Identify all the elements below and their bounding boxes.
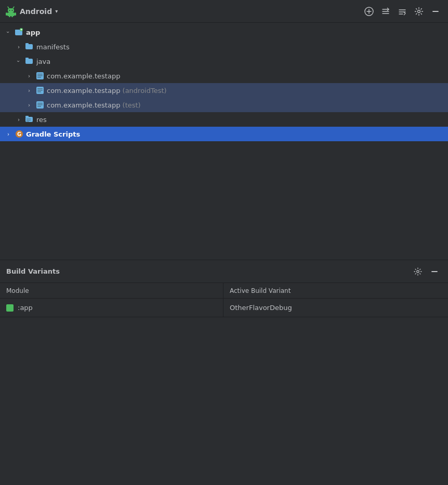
toolbar-actions <box>362 4 443 19</box>
tree-item-res-label: res <box>36 116 47 124</box>
svg-rect-34 <box>37 77 41 78</box>
expand-arrow-java[interactable]: › <box>15 57 23 65</box>
tree-item-manifests[interactable]: › manifests <box>0 39 448 54</box>
build-variants-table: Module Active Build Variant :app OtherFl… <box>0 283 448 317</box>
tree-item-pkg1[interactable]: › com.example.testapp <box>0 69 448 83</box>
svg-rect-33 <box>37 75 43 76</box>
svg-rect-40 <box>37 103 43 104</box>
svg-line-0 <box>8 7 9 8</box>
tree-item-manifests-label: manifests <box>36 43 70 51</box>
svg-rect-7 <box>15 12 16 16</box>
svg-rect-29 <box>25 59 33 64</box>
bv-cell-module: :app <box>0 299 223 317</box>
svg-rect-2 <box>8 8 14 12</box>
svg-rect-9 <box>11 16 13 17</box>
add-button[interactable] <box>362 4 376 19</box>
expand-arrow-pkg3[interactable]: › <box>25 101 33 109</box>
toolbar: Android ▾ <box>0 0 448 23</box>
tree-item-pkg1-label: com.example.testapp <box>47 72 120 80</box>
bv-settings-button[interactable] <box>411 264 425 279</box>
col-variant-header: Active Build Variant <box>223 283 448 298</box>
svg-rect-44 <box>25 116 29 117</box>
app-module-icon <box>6 304 14 312</box>
tree-item-app[interactable]: › app <box>0 25 448 39</box>
svg-point-19 <box>418 10 420 12</box>
svg-line-1 <box>13 7 14 8</box>
tree-item-pkg3-label: com.example.testapp (test) <box>47 101 141 109</box>
bv-minimize-button[interactable] <box>427 264 442 279</box>
java-folder-icon <box>25 57 34 66</box>
bv-actions <box>411 264 442 279</box>
bv-cell-variant[interactable]: OtherFlavorDebug <box>223 299 448 317</box>
settings-button[interactable] <box>412 4 426 19</box>
collapse-one-button[interactable] <box>395 4 410 19</box>
build-variants-header: Build Variants <box>0 260 448 283</box>
svg-rect-8 <box>9 16 10 17</box>
collapse-all-button[interactable] <box>378 4 393 19</box>
expand-arrow-pkg1[interactable]: › <box>25 72 33 80</box>
gradle-icon: G <box>15 129 24 139</box>
minimize-button[interactable] <box>428 4 443 19</box>
pkg1-icon <box>35 71 45 80</box>
expand-arrow-app[interactable]: › <box>4 28 12 36</box>
expand-arrow-pkg2[interactable]: › <box>25 86 33 95</box>
svg-rect-38 <box>37 91 41 92</box>
svg-point-50 <box>417 270 419 272</box>
tree-item-gradle[interactable]: › G Gradle Scripts <box>0 127 448 141</box>
svg-point-3 <box>9 10 10 11</box>
tree-item-gradle-label: Gradle Scripts <box>26 130 80 138</box>
app-folder-icon <box>15 28 24 37</box>
svg-point-4 <box>12 10 13 11</box>
toolbar-title: Android <box>20 7 52 16</box>
svg-rect-37 <box>37 90 43 91</box>
tree-item-pkg2-label: com.example.testapp (androidTest) <box>47 87 167 95</box>
tree-item-pkg3[interactable]: › com.example.testapp (test) <box>0 98 448 112</box>
tree-item-res[interactable]: › res <box>0 112 448 127</box>
expand-arrow-res[interactable]: › <box>15 115 23 124</box>
svg-rect-36 <box>37 88 43 89</box>
bv-table-row[interactable]: :app OtherFlavorDebug <box>0 299 448 317</box>
toolbar-left: Android ▾ <box>5 6 362 17</box>
svg-text:G: G <box>17 131 21 137</box>
android-icon <box>5 6 17 17</box>
manifests-folder-icon <box>25 42 34 51</box>
expand-arrow-gradle[interactable]: › <box>4 130 12 138</box>
file-tree: › app › <box>0 23 448 260</box>
svg-rect-5 <box>7 12 15 16</box>
svg-rect-30 <box>25 58 29 59</box>
build-variants-title: Build Variants <box>6 267 411 275</box>
bv-module-name: :app <box>18 304 33 312</box>
svg-rect-28 <box>25 43 29 45</box>
svg-rect-6 <box>6 12 7 16</box>
svg-rect-41 <box>37 104 43 105</box>
build-variants-panel: Build Variants Module Active <box>0 260 448 485</box>
tree-item-pkg2[interactable]: › com.example.testapp (androidTest) <box>0 83 448 98</box>
svg-rect-22 <box>15 30 18 31</box>
tree-item-app-label: app <box>26 29 40 36</box>
tree-item-java[interactable]: › java <box>0 54 448 69</box>
svg-rect-42 <box>37 106 41 107</box>
file-tree-panel: Android ▾ <box>0 0 448 260</box>
pkg2-icon <box>35 86 45 95</box>
col-module-header: Module <box>0 283 223 298</box>
expand-arrow-manifests[interactable]: › <box>15 43 23 51</box>
pkg3-icon <box>35 100 45 110</box>
svg-rect-32 <box>37 74 43 75</box>
res-folder-icon <box>25 115 34 124</box>
tree-item-java-label: java <box>36 58 50 65</box>
bv-variant-value: OtherFlavorDebug <box>230 304 292 312</box>
toolbar-dropdown-arrow[interactable]: ▾ <box>55 8 58 14</box>
bv-table-header: Module Active Build Variant <box>0 283 448 299</box>
